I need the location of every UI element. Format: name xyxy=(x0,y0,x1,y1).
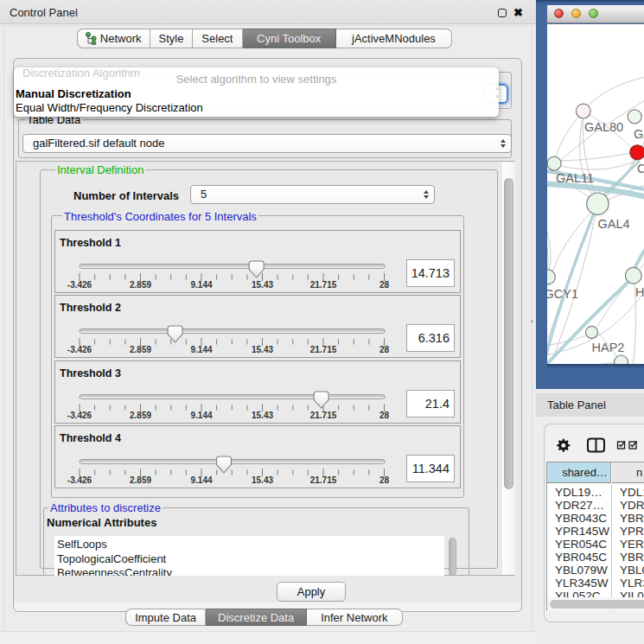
svg-text:GCY1: GCY1 xyxy=(547,287,578,301)
svg-text:C: C xyxy=(637,162,644,175)
svg-text:GAL4: GAL4 xyxy=(598,217,630,231)
svg-text:GAL11: GAL11 xyxy=(556,171,594,185)
svg-text:GAL80: GAL80 xyxy=(584,120,623,134)
svg-text:GA: GA xyxy=(634,127,644,141)
svg-text:HAP2: HAP2 xyxy=(592,341,625,354)
svg-text:HI: HI xyxy=(635,285,644,299)
